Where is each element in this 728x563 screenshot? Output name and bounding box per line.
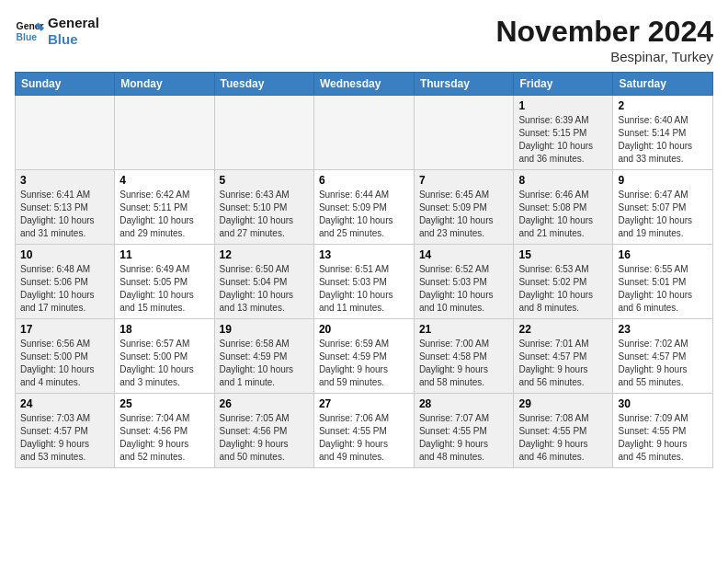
day-number: 11	[119, 248, 209, 261]
calendar-cell: 21Sunrise: 7:00 AM Sunset: 4:58 PM Dayli…	[414, 319, 514, 394]
day-info: Sunrise: 6:58 AM Sunset: 4:59 PM Dayligh…	[220, 338, 309, 389]
day-of-week-header: Friday	[514, 73, 613, 96]
calendar-cell: 18Sunrise: 6:57 AM Sunset: 5:00 PM Dayli…	[115, 319, 214, 394]
day-info: Sunrise: 6:42 AM Sunset: 5:11 PM Dayligh…	[119, 189, 209, 240]
calendar-cell: 3Sunrise: 6:41 AM Sunset: 5:13 PM Daylig…	[16, 170, 115, 245]
day-number: 16	[618, 248, 708, 261]
day-info: Sunrise: 6:44 AM Sunset: 5:09 PM Dayligh…	[319, 189, 409, 240]
day-of-week-header: Monday	[115, 73, 214, 96]
day-number: 15	[518, 248, 608, 261]
logo-line1: General	[48, 15, 99, 31]
day-of-week-header: Wednesday	[313, 73, 414, 96]
day-of-week-header: Saturday	[613, 73, 713, 96]
day-info: Sunrise: 6:57 AM Sunset: 5:00 PM Dayligh…	[119, 338, 209, 389]
day-number: 22	[518, 323, 608, 336]
day-number: 3	[20, 174, 109, 187]
calendar-week-row: 24Sunrise: 7:03 AM Sunset: 4:57 PM Dayli…	[16, 394, 713, 468]
title-area: November 2024 Bespinar, Turkey	[495, 15, 713, 64]
calendar-cell: 17Sunrise: 6:56 AM Sunset: 5:00 PM Dayli…	[16, 319, 115, 394]
page-header: General Blue General Blue November 2024 …	[15, 15, 713, 64]
calendar-cell	[414, 96, 514, 170]
day-info: Sunrise: 6:51 AM Sunset: 5:03 PM Dayligh…	[319, 263, 409, 315]
calendar-cell: 15Sunrise: 6:53 AM Sunset: 5:02 PM Dayli…	[514, 245, 613, 319]
calendar-cell: 24Sunrise: 7:03 AM Sunset: 4:57 PM Dayli…	[16, 394, 115, 468]
day-number: 19	[220, 323, 309, 336]
calendar-cell	[313, 96, 414, 170]
day-number: 28	[419, 397, 509, 410]
calendar-cell: 10Sunrise: 6:48 AM Sunset: 5:06 PM Dayli…	[16, 245, 115, 319]
day-number: 30	[618, 397, 708, 410]
day-number: 17	[20, 323, 109, 336]
day-info: Sunrise: 7:05 AM Sunset: 4:56 PM Dayligh…	[220, 412, 309, 464]
day-of-week-header: Thursday	[414, 73, 514, 96]
calendar-cell: 30Sunrise: 7:09 AM Sunset: 4:55 PM Dayli…	[613, 394, 713, 468]
day-info: Sunrise: 6:43 AM Sunset: 5:10 PM Dayligh…	[220, 189, 309, 240]
calendar-cell: 23Sunrise: 7:02 AM Sunset: 4:57 PM Dayli…	[613, 319, 713, 394]
day-info: Sunrise: 6:40 AM Sunset: 5:14 PM Dayligh…	[618, 114, 708, 166]
day-info: Sunrise: 7:08 AM Sunset: 4:55 PM Dayligh…	[518, 412, 608, 464]
calendar-cell: 22Sunrise: 7:01 AM Sunset: 4:57 PM Dayli…	[514, 319, 613, 394]
day-number: 4	[119, 174, 209, 187]
day-info: Sunrise: 6:45 AM Sunset: 5:09 PM Dayligh…	[419, 189, 509, 240]
calendar-cell: 27Sunrise: 7:06 AM Sunset: 4:55 PM Dayli…	[313, 394, 414, 468]
day-info: Sunrise: 6:59 AM Sunset: 4:59 PM Dayligh…	[319, 338, 409, 389]
day-number: 25	[119, 397, 209, 410]
day-info: Sunrise: 6:52 AM Sunset: 5:03 PM Dayligh…	[419, 263, 509, 315]
calendar-week-row: 17Sunrise: 6:56 AM Sunset: 5:00 PM Dayli…	[16, 319, 713, 394]
day-info: Sunrise: 6:55 AM Sunset: 5:01 PM Dayligh…	[618, 263, 708, 315]
day-number: 21	[419, 323, 509, 336]
calendar-cell: 25Sunrise: 7:04 AM Sunset: 4:56 PM Dayli…	[115, 394, 214, 468]
day-info: Sunrise: 7:00 AM Sunset: 4:58 PM Dayligh…	[419, 338, 509, 389]
calendar-cell: 26Sunrise: 7:05 AM Sunset: 4:56 PM Dayli…	[214, 394, 313, 468]
calendar-week-row: 10Sunrise: 6:48 AM Sunset: 5:06 PM Dayli…	[16, 245, 713, 319]
day-number: 13	[319, 248, 409, 261]
day-info: Sunrise: 6:48 AM Sunset: 5:06 PM Dayligh…	[20, 263, 109, 315]
day-info: Sunrise: 6:39 AM Sunset: 5:15 PM Dayligh…	[518, 114, 608, 166]
calendar-cell: 12Sunrise: 6:50 AM Sunset: 5:04 PM Dayli…	[214, 245, 313, 319]
day-number: 24	[20, 397, 109, 410]
day-number: 6	[319, 174, 409, 187]
day-info: Sunrise: 7:06 AM Sunset: 4:55 PM Dayligh…	[319, 412, 409, 464]
day-number: 29	[518, 397, 608, 410]
day-number: 14	[419, 248, 509, 261]
logo: General Blue General Blue	[15, 15, 99, 48]
day-number: 2	[618, 99, 708, 112]
day-info: Sunrise: 6:49 AM Sunset: 5:05 PM Dayligh…	[119, 263, 209, 315]
calendar-cell: 8Sunrise: 6:46 AM Sunset: 5:08 PM Daylig…	[514, 170, 613, 245]
day-number: 1	[518, 99, 608, 112]
day-info: Sunrise: 7:07 AM Sunset: 4:55 PM Dayligh…	[419, 412, 509, 464]
logo-icon: General Blue	[15, 17, 44, 46]
day-of-week-header: Tuesday	[214, 73, 313, 96]
calendar-week-row: 3Sunrise: 6:41 AM Sunset: 5:13 PM Daylig…	[16, 170, 713, 245]
calendar-cell: 13Sunrise: 6:51 AM Sunset: 5:03 PM Dayli…	[313, 245, 414, 319]
day-number: 9	[618, 174, 708, 187]
calendar-cell	[214, 96, 313, 170]
calendar-cell: 7Sunrise: 6:45 AM Sunset: 5:09 PM Daylig…	[414, 170, 514, 245]
calendar-cell: 6Sunrise: 6:44 AM Sunset: 5:09 PM Daylig…	[313, 170, 414, 245]
day-info: Sunrise: 6:41 AM Sunset: 5:13 PM Dayligh…	[20, 189, 109, 240]
calendar-cell: 14Sunrise: 6:52 AM Sunset: 5:03 PM Dayli…	[414, 245, 514, 319]
calendar: SundayMondayTuesdayWednesdayThursdayFrid…	[15, 72, 713, 468]
calendar-cell	[16, 96, 115, 170]
day-info: Sunrise: 6:47 AM Sunset: 5:07 PM Dayligh…	[618, 189, 708, 240]
day-info: Sunrise: 7:09 AM Sunset: 4:55 PM Dayligh…	[618, 412, 708, 464]
svg-text:Blue: Blue	[17, 32, 38, 42]
day-number: 20	[319, 323, 409, 336]
day-info: Sunrise: 7:04 AM Sunset: 4:56 PM Dayligh…	[119, 412, 209, 464]
calendar-cell: 28Sunrise: 7:07 AM Sunset: 4:55 PM Dayli…	[414, 394, 514, 468]
day-info: Sunrise: 6:50 AM Sunset: 5:04 PM Dayligh…	[220, 263, 309, 315]
day-info: Sunrise: 6:56 AM Sunset: 5:00 PM Dayligh…	[20, 338, 109, 389]
day-number: 5	[220, 174, 309, 187]
calendar-cell: 2Sunrise: 6:40 AM Sunset: 5:14 PM Daylig…	[613, 96, 713, 170]
calendar-cell: 1Sunrise: 6:39 AM Sunset: 5:15 PM Daylig…	[514, 96, 613, 170]
day-number: 27	[319, 397, 409, 410]
day-of-week-header: Sunday	[16, 73, 115, 96]
logo-line2: Blue	[48, 31, 99, 48]
day-info: Sunrise: 6:53 AM Sunset: 5:02 PM Dayligh…	[518, 263, 608, 315]
location: Bespinar, Turkey	[495, 49, 713, 64]
calendar-cell: 4Sunrise: 6:42 AM Sunset: 5:11 PM Daylig…	[115, 170, 214, 245]
day-number: 18	[119, 323, 209, 336]
calendar-cell	[115, 96, 214, 170]
day-info: Sunrise: 6:46 AM Sunset: 5:08 PM Dayligh…	[518, 189, 608, 240]
month-title: November 2024	[495, 15, 713, 49]
